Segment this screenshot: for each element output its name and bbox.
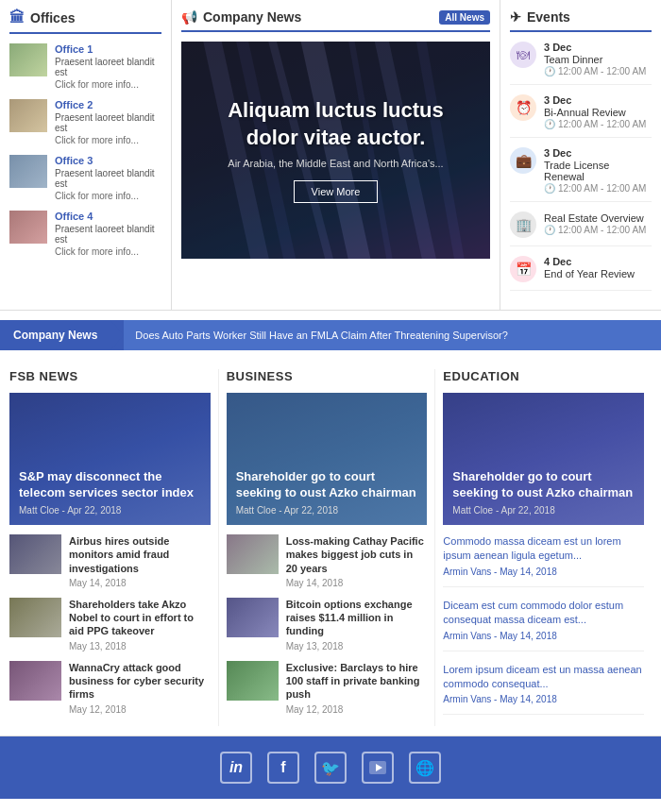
- fsb-thumb-2: [9, 598, 61, 637]
- ticker-content[interactable]: Does Auto Parts Worker Still Have an FML…: [124, 320, 661, 350]
- event-time-2: 🕐 12:00 AM - 12:00 AM: [544, 119, 646, 129]
- event-date-1: 3 Dec: [544, 42, 646, 53]
- office-thumb-2: [9, 99, 47, 132]
- business-item-date-3: May 12, 2018: [286, 704, 428, 715]
- business-item-date-1: May 14, 2018: [286, 578, 428, 588]
- education-item-2[interactable]: Diceam est cum commodo dolor estum conse…: [443, 599, 644, 651]
- business-featured-meta: Matt Cloe - Apr 22, 2018: [236, 505, 418, 516]
- event-name-1: Team Dinner: [544, 54, 646, 65]
- education-item-3[interactable]: Lorem ipsum diceam est un massa aenean c…: [443, 663, 644, 716]
- event-icon-2: ⏰: [510, 94, 536, 121]
- event-icon-3: 💼: [510, 147, 536, 174]
- event-item-1[interactable]: 🍽 3 Dec Team Dinner 🕐 12:00 AM - 12:00 A…: [510, 42, 652, 85]
- twitter-icon[interactable]: 🐦: [314, 752, 347, 784]
- fsb-item-title-1: Airbus hires outside monitors amid fraud…: [69, 534, 211, 575]
- business-info-1: Loss-making Cathay Pacific makes biggest…: [286, 534, 428, 588]
- office-subtitle-1: Praesent laoreet blandit est: [55, 57, 161, 77]
- education-featured-card[interactable]: Shareholder go to court seeking to oust …: [443, 393, 644, 525]
- business-featured-card[interactable]: Shareholder go to court seeking to oust …: [227, 393, 428, 525]
- fsb-news-item-1[interactable]: Airbus hires outside monitors amid fraud…: [9, 534, 211, 588]
- office-more-3[interactable]: Click for more info...: [55, 191, 161, 201]
- business-section: BUSINESS Shareholder go to court seeking…: [219, 369, 436, 726]
- business-thumb-3: [227, 661, 279, 701]
- fsb-news-info-3: WannaCry attack good business for cyber …: [69, 661, 211, 715]
- linkedin-icon[interactable]: in: [220, 752, 252, 784]
- office-info-1: Office 1 Praesent laoreet blandit est Cl…: [55, 43, 161, 90]
- event-name-5: End of Year Review: [544, 268, 635, 279]
- event-info-1: 3 Dec Team Dinner 🕐 12:00 AM - 12:00 AM: [544, 42, 646, 76]
- event-info-3: 3 Dec Trade License Renewal 🕐 12:00 AM -…: [544, 147, 652, 194]
- fsb-featured-meta: Matt Cloe - Apr 22, 2018: [19, 505, 201, 516]
- fsb-thumb-3: [9, 661, 61, 701]
- office-title-4[interactable]: Office 4: [55, 211, 161, 222]
- event-info-5: 4 Dec End of Year Review: [544, 256, 635, 280]
- business-item-title-1: Loss-making Cathay Pacific makes biggest…: [286, 534, 428, 575]
- youtube-icon[interactable]: [362, 752, 394, 784]
- event-time-3: 🕐 12:00 AM - 12:00 AM: [544, 183, 652, 194]
- event-item-5[interactable]: 📅 4 Dec End of Year Review: [510, 256, 652, 291]
- company-news-header-left: 📢 Company News: [181, 9, 301, 25]
- fsb-news-info-2: Shareholders take Akzo Nobel to court in…: [69, 598, 211, 651]
- business-thumb-2: [227, 598, 279, 637]
- business-featured-title: Shareholder go to court seeking to oust …: [236, 469, 418, 501]
- hero-view-more-button[interactable]: View More: [294, 180, 379, 203]
- business-item-3[interactable]: Exclusive: Barclays to hire 100 staff in…: [227, 661, 428, 715]
- fsb-featured-card[interactable]: S&P may disconnect the telecom services …: [9, 393, 211, 525]
- education-item-author-3: Armin Vans - May 14, 2018: [443, 694, 644, 704]
- business-title: BUSINESS: [227, 369, 428, 383]
- event-item-2[interactable]: ⏰ 3 Dec Bi-Annual Review 🕐 12:00 AM - 12…: [510, 94, 652, 138]
- education-item-title-3: Lorem ipsum diceam est un massa aenean c…: [443, 663, 644, 692]
- ticker-arrow: [110, 320, 124, 350]
- events-title: Events: [527, 9, 570, 25]
- company-news-panel: 📢 Company News All News Aliquam luctus l…: [172, 0, 500, 310]
- business-item-1[interactable]: Loss-making Cathay Pacific makes biggest…: [227, 534, 428, 588]
- fsb-item-date-3: May 12, 2018: [69, 704, 211, 715]
- office-subtitle-3: Praesent laoreet blandit est: [55, 168, 161, 189]
- event-info-4: Real Estate Overview 🕐 12:00 AM - 12:00 …: [544, 211, 646, 235]
- office-subtitle-4: Praesent laoreet blandit est: [55, 224, 161, 245]
- office-item-1[interactable]: Office 1 Praesent laoreet blandit est Cl…: [9, 43, 161, 90]
- office-item-3[interactable]: Office 3 Praesent laoreet blandit est Cl…: [9, 155, 161, 201]
- business-thumb-1: [227, 534, 279, 574]
- business-featured-content: Shareholder go to court seeking to oust …: [227, 460, 428, 525]
- events-header: ✈ Events: [510, 9, 652, 32]
- education-title: EDUCATION: [443, 369, 644, 383]
- education-item-1[interactable]: Commodo massa diceam est un lorem ipsum …: [443, 534, 644, 587]
- education-featured-content: Shareholder go to court seeking to oust …: [443, 460, 644, 525]
- fsb-item-date-2: May 13, 2018: [69, 641, 211, 651]
- facebook-icon[interactable]: f: [267, 752, 299, 784]
- office-title-1[interactable]: Office 1: [55, 43, 161, 55]
- offices-header: 🏛 Offices: [9, 9, 161, 34]
- education-item-title-2: Diceam est cum commodo dolor estum conse…: [443, 599, 644, 628]
- fsb-news-item-3[interactable]: WannaCry attack good business for cyber …: [9, 661, 211, 715]
- office-item-4[interactable]: Office 4 Praesent laoreet blandit est Cl…: [9, 211, 161, 257]
- office-title-2[interactable]: Office 2: [55, 99, 161, 110]
- event-name-4: Real Estate Overview: [544, 212, 646, 224]
- office-more-1[interactable]: Click for more info...: [55, 79, 161, 90]
- office-more-4[interactable]: Click for more info...: [55, 246, 161, 257]
- event-time-4: 🕐 12:00 AM - 12:00 AM: [544, 225, 646, 235]
- fsb-featured-content: S&P may disconnect the telecom services …: [9, 460, 211, 525]
- office-more-2[interactable]: Click for more info...: [55, 135, 161, 145]
- fsb-news-item-2[interactable]: Shareholders take Akzo Nobel to court in…: [9, 598, 211, 651]
- business-item-title-2: Bitcoin options exchange raises $11.4 mi…: [286, 598, 428, 638]
- website-icon[interactable]: 🌐: [409, 752, 441, 784]
- business-item-2[interactable]: Bitcoin options exchange raises $11.4 mi…: [227, 598, 428, 651]
- business-info-3: Exclusive: Barclays to hire 100 staff in…: [286, 661, 428, 715]
- clock-icon-2: 🕐: [544, 119, 555, 129]
- event-date-3: 3 Dec: [544, 147, 652, 159]
- business-item-date-2: May 13, 2018: [286, 641, 428, 651]
- office-info-3: Office 3 Praesent laoreet blandit est Cl…: [55, 155, 161, 201]
- all-news-button[interactable]: All News: [439, 10, 490, 25]
- offices-panel: 🏛 Offices Office 1 Praesent laoreet blan…: [0, 0, 172, 310]
- event-icon-1: 🍽: [510, 42, 536, 68]
- office-title-3[interactable]: Office 3: [55, 155, 161, 166]
- clock-icon-3: 🕐: [544, 183, 555, 194]
- office-info-2: Office 2 Praesent laoreet blandit est Cl…: [55, 99, 161, 145]
- event-item-4[interactable]: 🏢 Real Estate Overview 🕐 12:00 AM - 12:0…: [510, 211, 652, 246]
- event-item-3[interactable]: 💼 3 Dec Trade License Renewal 🕐 12:00 AM…: [510, 147, 652, 202]
- business-info-2: Bitcoin options exchange raises $11.4 mi…: [286, 598, 428, 651]
- fsb-item-title-3: WannaCry attack good business for cyber …: [69, 661, 211, 702]
- office-item-2[interactable]: Office 2 Praesent laoreet blandit est Cl…: [9, 99, 161, 145]
- footer: in f 🐦 🌐: [0, 736, 661, 799]
